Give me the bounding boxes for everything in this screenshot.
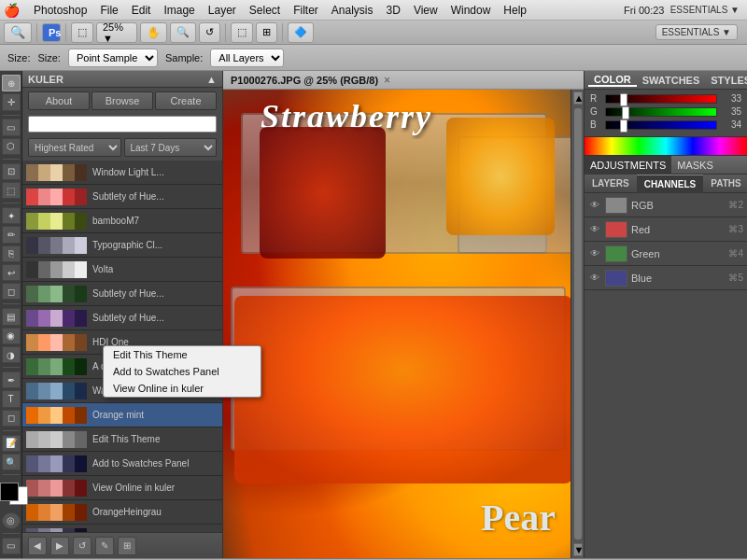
kuler-search-input[interactable] <box>28 116 217 133</box>
menu-analysis[interactable]: Analysis <box>325 0 380 21</box>
channel-visibility-icon[interactable]: 👁 <box>588 199 601 212</box>
styles-tab[interactable]: STYLES <box>705 75 747 86</box>
masks-tab[interactable]: MASKS <box>671 156 719 175</box>
menu-select[interactable]: Select <box>243 0 287 21</box>
ps-icon[interactable]: Ps <box>42 23 61 42</box>
toolbar-icon3[interactable]: 🔍 <box>170 22 196 43</box>
menu-3d[interactable]: 3D <box>380 0 407 21</box>
kuler-tab-browse[interactable]: Browse <box>92 91 153 110</box>
zoom-select[interactable]: 25% ▼ <box>96 22 137 43</box>
eyedropper-tool[interactable]: 🔍 <box>4 22 32 43</box>
document-close-btn[interactable]: × <box>384 74 390 87</box>
tool-crop[interactable]: ⊡ <box>2 163 21 180</box>
tool-eyedropper[interactable]: ⊕ <box>2 75 21 91</box>
tool-blur[interactable]: ◉ <box>2 328 21 344</box>
kuler-tab-about[interactable]: About <box>28 91 90 110</box>
tool-eraser[interactable]: ◻ <box>2 283 21 300</box>
point-sample-select[interactable]: Point Sample <box>68 49 158 67</box>
kuler-list-item[interactable]: Edit This Theme <box>22 427 222 452</box>
tool-path[interactable]: ✒ <box>2 371 21 388</box>
green-track[interactable] <box>605 107 717 117</box>
kuler-next-btn[interactable]: ▶ <box>50 537 69 555</box>
menu-view[interactable]: View <box>407 0 444 21</box>
menu-file[interactable]: File <box>93 0 124 21</box>
fg-color-swatch[interactable] <box>0 483 19 501</box>
kuler-list-item[interactable]: Subtlety of Hue... <box>22 282 222 306</box>
tool-dodge[interactable]: ◑ <box>2 346 21 363</box>
toolbar-icon6[interactable]: ⊞ <box>256 22 277 43</box>
color-tab[interactable]: COLOR <box>588 74 637 87</box>
channel-row[interactable]: 👁Green⌘4 <box>585 242 747 266</box>
menu-layer[interactable]: Layer <box>202 0 243 21</box>
menu-image[interactable]: Image <box>157 0 201 21</box>
kuler-add-btn[interactable]: ⊞ <box>118 537 136 555</box>
tool-shape[interactable]: ◻ <box>2 410 21 427</box>
tool-history[interactable]: ↩ <box>2 264 21 281</box>
context-edit-theme[interactable]: Edit This Theme <box>104 346 261 363</box>
red-value[interactable]: 33 <box>721 93 741 104</box>
tool-type[interactable]: T <box>2 390 21 407</box>
kuler-list-item[interactable]: View Online in kuler <box>22 476 222 500</box>
quick-mask-btn[interactable]: ◎ <box>2 512 21 529</box>
screen-mode-btn[interactable]: ▭ <box>2 538 21 554</box>
tool-healing[interactable]: ✦ <box>2 207 21 224</box>
channel-visibility-icon[interactable]: 👁 <box>588 247 601 260</box>
kuler-list-item[interactable]: ksc mora <box>22 525 222 532</box>
kuler-refresh-btn[interactable]: ↺ <box>73 537 92 555</box>
adjustments-tab[interactable]: ADJUSTMENTS <box>585 156 671 175</box>
tool-lasso[interactable]: ⬡ <box>2 138 21 155</box>
toolbar-icon2[interactable]: ✋ <box>140 22 167 43</box>
kuler-edit-btn[interactable]: ✎ <box>95 537 114 555</box>
all-layers-select[interactable]: All Layers <box>210 49 284 67</box>
kuler-list-item[interactable]: bambooM7 <box>22 209 222 233</box>
toolbar-icon4[interactable]: ↺ <box>199 22 220 43</box>
kuler-list-item[interactable]: Window Light L... <box>22 161 222 185</box>
toolbar-icon7[interactable]: 🔷 <box>288 22 314 43</box>
kuler-list-item[interactable]: Subtlety of Hue... <box>22 306 222 330</box>
kuler-list-item[interactable]: OrangeHeingrau <box>22 500 222 525</box>
menu-edit[interactable]: Edit <box>125 0 158 21</box>
blue-value[interactable]: 34 <box>721 119 741 130</box>
menu-photoshop[interactable]: Photoshop <box>27 0 93 21</box>
menu-window[interactable]: Window <box>444 0 498 21</box>
green-value[interactable]: 35 <box>721 106 741 117</box>
essentials-button[interactable]: ESSENTIALS ▼ <box>670 5 740 15</box>
red-thumb[interactable] <box>620 93 627 106</box>
blue-thumb[interactable] <box>620 119 627 133</box>
kuler-list-item[interactable]: Volta <box>22 258 222 282</box>
tool-marquee[interactable]: ▭ <box>2 119 21 135</box>
vscroll-down[interactable]: ▼ <box>573 543 583 556</box>
blue-track[interactable] <box>605 120 717 130</box>
context-view-online[interactable]: View Online in kuler <box>104 380 261 397</box>
kuler-list-item[interactable]: Typographic Cl... <box>22 233 222 258</box>
red-track[interactable] <box>605 94 717 104</box>
channel-visibility-icon[interactable]: 👁 <box>588 223 601 236</box>
channel-visibility-icon[interactable]: 👁 <box>588 272 601 285</box>
green-thumb[interactable] <box>622 106 629 119</box>
tool-slice[interactable]: ⬚ <box>2 182 21 199</box>
document-tab-name[interactable]: P1000276.JPG @ 25% (RGB/8) <box>231 75 378 86</box>
color-spectrum-bar[interactable] <box>585 136 747 155</box>
apple-menu[interactable]: 🍎 <box>4 3 20 18</box>
kuler-prev-btn[interactable]: ◀ <box>28 537 47 555</box>
paths-ch-tab[interactable]: PATHS <box>703 175 747 193</box>
tool-zoom[interactable]: 🔍 <box>2 454 21 470</box>
kuler-list-item[interactable]: Add to Swatches Panel <box>22 452 222 476</box>
essentials-right[interactable]: ESSENTIALS ▼ <box>655 24 738 40</box>
kuler-close-btn[interactable]: ▲ <box>206 74 217 85</box>
kuler-time-select[interactable]: Last 7 Days <box>124 138 218 157</box>
tool-brush[interactable]: ✏ <box>2 226 21 243</box>
tool-gradient[interactable]: ▤ <box>2 308 21 325</box>
kuler-tab-create[interactable]: Create <box>155 91 217 110</box>
toolbar-icon5[interactable]: ⬚ <box>231 22 253 43</box>
swatches-tab[interactable]: SWATCHES <box>637 75 706 86</box>
tool-move[interactable]: ✛ <box>2 93 21 110</box>
kuler-list-item[interactable]: Subtlety of Hue... <box>22 185 222 209</box>
menu-filter[interactable]: Filter <box>287 0 325 21</box>
channels-ch-tab[interactable]: CHANNELS <box>637 175 704 193</box>
vscroll-up[interactable]: ▲ <box>573 91 583 105</box>
kuler-list-item[interactable]: Orange mint <box>22 403 222 427</box>
vscroll-thumb[interactable] <box>574 108 582 539</box>
channel-row[interactable]: 👁Red⌘3 <box>585 217 747 242</box>
channel-row[interactable]: 👁RGB⌘2 <box>585 193 747 217</box>
